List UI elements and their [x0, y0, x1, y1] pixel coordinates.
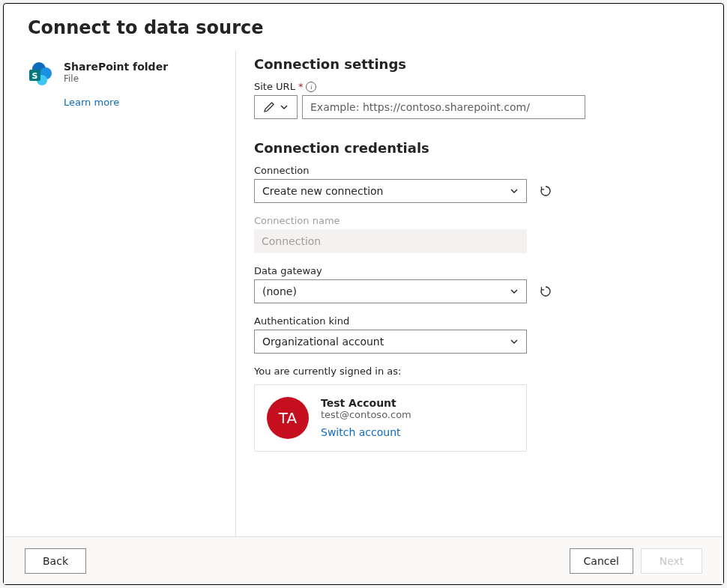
- gateway-refresh-button[interactable]: [537, 283, 554, 300]
- chevron-down-icon: [510, 287, 519, 296]
- account-email: test@contoso.com: [321, 409, 411, 420]
- chevron-down-icon: [510, 187, 519, 196]
- page-title: Connect to data source: [28, 17, 699, 38]
- signed-in-label: You are currently signed in as:: [254, 366, 699, 377]
- connection-refresh-button[interactable]: [537, 183, 554, 199]
- chevron-down-icon: [280, 103, 289, 112]
- learn-more-link[interactable]: Learn more: [64, 97, 235, 108]
- connection-name-field: Connection name Connection: [254, 215, 699, 253]
- connection-field: Connection Create new connection: [254, 165, 699, 203]
- dialog-body: S SharePoint folder File Learn more Conn…: [4, 44, 723, 536]
- connection-select[interactable]: Create new connection: [254, 179, 527, 203]
- dialog-footer: Back Cancel Next: [4, 536, 723, 584]
- connection-name-label: Connection name: [254, 215, 699, 226]
- url-picker-button[interactable]: [254, 95, 298, 119]
- site-url-input[interactable]: [302, 95, 585, 119]
- avatar: TA: [267, 397, 309, 439]
- data-source-item: S SharePoint folder File: [28, 61, 235, 86]
- refresh-icon: [539, 285, 552, 298]
- chevron-down-icon: [510, 337, 519, 346]
- cancel-button[interactable]: Cancel: [570, 548, 633, 574]
- account-name: Test Account: [321, 397, 411, 409]
- left-pane: S SharePoint folder File Learn more: [28, 50, 236, 536]
- account-card: TA Test Account test@contoso.com Switch …: [254, 384, 527, 452]
- info-icon[interactable]: i: [306, 82, 316, 92]
- switch-account-link[interactable]: Switch account: [321, 426, 401, 438]
- connection-name-input: Connection: [254, 229, 527, 253]
- connection-credentials-heading: Connection credentials: [254, 140, 699, 156]
- gateway-select[interactable]: (none): [254, 279, 527, 303]
- refresh-icon: [539, 184, 552, 198]
- connection-label: Connection: [254, 165, 699, 176]
- source-subtitle: File: [64, 73, 168, 84]
- source-name: SharePoint folder: [64, 61, 168, 73]
- dialog-root: Connect to data source S SharePoint fold…: [3, 3, 724, 585]
- back-button[interactable]: Back: [25, 548, 86, 574]
- site-url-label: Site URL * i: [254, 81, 699, 92]
- next-button: Next: [641, 548, 702, 574]
- auth-field: Authentication kind Organizational accou…: [254, 315, 699, 354]
- connection-settings-heading: Connection settings: [254, 56, 699, 72]
- auth-select[interactable]: Organizational account: [254, 330, 527, 354]
- sharepoint-icon: S: [28, 61, 53, 86]
- gateway-field: Data gateway (none): [254, 265, 699, 303]
- auth-label: Authentication kind: [254, 315, 699, 327]
- gateway-label: Data gateway: [254, 265, 699, 276]
- required-marker: *: [298, 81, 304, 92]
- pencil-icon: [263, 101, 275, 113]
- svg-text:S: S: [32, 71, 38, 81]
- right-pane: Connection settings Site URL * i Connect…: [236, 50, 699, 536]
- dialog-header: Connect to data source: [4, 4, 723, 44]
- site-url-field: Site URL * i: [254, 81, 699, 119]
